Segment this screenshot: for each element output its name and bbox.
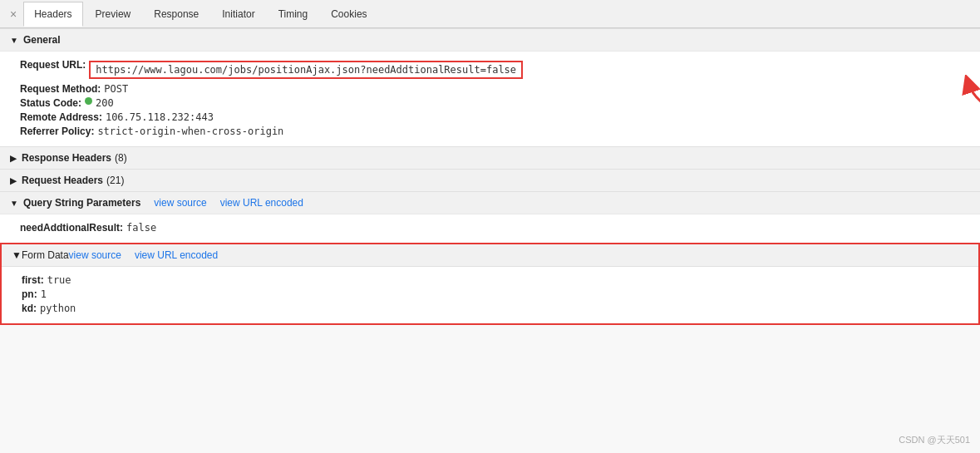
form-data-title: Form Data bbox=[22, 249, 69, 261]
form-kd-label: kd: bbox=[22, 303, 37, 314]
form-data-view-source-link[interactable]: view source bbox=[69, 249, 121, 261]
response-headers-triangle-icon: ▶ bbox=[10, 154, 17, 163]
red-arrow-annotation bbox=[960, 75, 980, 121]
status-code-label: Status Code: bbox=[20, 97, 81, 109]
general-section-header[interactable]: ▼ General bbox=[0, 28, 980, 51]
response-headers-title: Response Headers bbox=[22, 152, 111, 164]
tab-bar: × Headers Preview Response Initiator Tim… bbox=[0, 0, 980, 28]
response-headers-section-header[interactable]: ▶ Response Headers (8) bbox=[0, 146, 980, 169]
status-code-value: 200 bbox=[96, 97, 114, 109]
request-headers-count: (21) bbox=[106, 175, 124, 186]
general-title: General bbox=[23, 34, 61, 46]
need-addtional-result-row: needAddtionalResult: false bbox=[20, 222, 960, 234]
request-headers-section-header[interactable]: ▶ Request Headers (21) bbox=[0, 169, 980, 191]
form-field-first: first: true bbox=[22, 274, 958, 286]
response-headers-count: (8) bbox=[115, 152, 127, 164]
referrer-policy-row: Referrer Policy: strict-origin-when-cros… bbox=[20, 126, 960, 137]
need-addtional-result-label: needAddtionalResult: bbox=[20, 222, 123, 234]
form-field-pn: pn: 1 bbox=[22, 288, 958, 300]
remote-address-value: 106.75.118.232:443 bbox=[106, 111, 214, 123]
tab-response[interactable]: Response bbox=[143, 2, 209, 27]
form-data-section-body: first: true pn: 1 kd: python bbox=[2, 267, 978, 323]
query-string-title: Query String Parameters bbox=[23, 197, 140, 209]
query-string-triangle-icon: ▼ bbox=[10, 199, 18, 208]
request-url-row: Request URL: https://www.lagou.com/jobs/… bbox=[20, 59, 960, 81]
query-string-view-source-link[interactable]: view source bbox=[154, 197, 206, 209]
remote-address-label: Remote Address: bbox=[20, 111, 102, 123]
request-headers-triangle-icon: ▶ bbox=[10, 176, 17, 185]
query-string-section-body: needAddtionalResult: false bbox=[0, 214, 980, 243]
request-url-label: Request URL: bbox=[20, 59, 86, 71]
tab-timing[interactable]: Timing bbox=[268, 2, 319, 27]
request-url-box: https://www.lagou.com/jobs/positionAjax.… bbox=[89, 61, 523, 79]
form-data-box: ▼ Form Data view source view URL encoded… bbox=[0, 243, 980, 325]
content-area: ▼ General Request URL: https://www.lagou… bbox=[0, 28, 980, 325]
request-url-value: https://www.lagou.com/jobs/positionAjax.… bbox=[96, 64, 516, 76]
general-section-body: Request URL: https://www.lagou.com/jobs/… bbox=[0, 51, 980, 146]
form-data-section-header[interactable]: ▼ Form Data view source view URL encoded bbox=[2, 244, 978, 267]
query-string-section-header[interactable]: ▼ Query String Parameters view source vi… bbox=[0, 191, 980, 214]
form-first-label: first: bbox=[22, 274, 44, 286]
request-method-row: Request Method: POST bbox=[20, 83, 960, 95]
tab-initiator[interactable]: Initiator bbox=[211, 2, 265, 27]
tab-headers[interactable]: Headers bbox=[23, 2, 82, 27]
request-method-value: POST bbox=[104, 83, 128, 95]
query-string-view-url-encoded-link[interactable]: view URL encoded bbox=[220, 197, 303, 209]
form-first-value: true bbox=[47, 274, 71, 286]
form-data-triangle-icon: ▼ bbox=[12, 249, 22, 261]
close-button[interactable]: × bbox=[3, 4, 23, 24]
form-kd-value: python bbox=[40, 303, 76, 314]
tab-cookies[interactable]: Cookies bbox=[320, 2, 377, 27]
form-data-view-url-encoded-link[interactable]: view URL encoded bbox=[135, 249, 218, 261]
remote-address-row: Remote Address: 106.75.118.232:443 bbox=[20, 111, 960, 123]
form-pn-value: 1 bbox=[41, 288, 47, 300]
status-green-dot bbox=[85, 97, 92, 105]
general-triangle-icon: ▼ bbox=[10, 36, 18, 45]
request-headers-title: Request Headers bbox=[22, 175, 103, 186]
referrer-policy-label: Referrer Policy: bbox=[20, 126, 94, 137]
form-field-kd: kd: python bbox=[22, 303, 958, 314]
tab-preview[interactable]: Preview bbox=[85, 2, 142, 27]
status-code-row: Status Code: 200 bbox=[20, 97, 960, 109]
form-pn-label: pn: bbox=[22, 288, 37, 300]
need-addtional-result-value: false bbox=[126, 222, 156, 234]
referrer-policy-value: strict-origin-when-cross-origin bbox=[97, 126, 283, 137]
request-method-label: Request Method: bbox=[20, 83, 101, 95]
